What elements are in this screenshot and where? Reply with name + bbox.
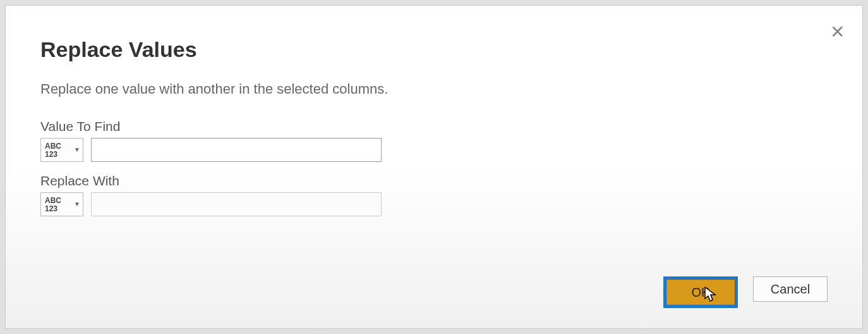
replace-values-dialog: ✕ Replace Values Replace one value with … [5, 5, 863, 329]
cancel-button[interactable]: Cancel [753, 276, 828, 302]
ok-button-highlight: OK [663, 276, 738, 308]
abc123-icon: ABC 123 [45, 142, 61, 158]
value-to-find-row: ABC 123 ▼ [40, 138, 828, 162]
ok-button-label: OK [692, 285, 710, 300]
value-to-find-input[interactable] [91, 138, 382, 162]
replace-with-input[interactable] [91, 192, 382, 216]
replace-with-row: ABC 123 ▼ [40, 192, 828, 216]
value-to-find-group: Value To Find ABC 123 ▼ [40, 119, 828, 162]
close-icon[interactable]: ✕ [830, 23, 845, 41]
dialog-button-row: OK Cancel [663, 276, 828, 308]
replace-with-label: Replace With [40, 173, 828, 189]
replace-with-group: Replace With ABC 123 ▼ [40, 173, 828, 216]
value-to-find-label: Value To Find [40, 119, 828, 134]
ok-button[interactable]: OK [666, 280, 735, 305]
dialog-description: Replace one value with another in the se… [40, 81, 828, 97]
replace-with-type-selector[interactable]: ABC 123 ▼ [40, 192, 83, 216]
dialog-title: Replace Values [40, 37, 828, 62]
value-to-find-type-selector[interactable]: ABC 123 ▼ [40, 138, 83, 162]
chevron-down-icon: ▼ [74, 147, 80, 153]
chevron-down-icon: ▼ [74, 201, 80, 207]
abc123-icon: ABC 123 [45, 197, 61, 213]
